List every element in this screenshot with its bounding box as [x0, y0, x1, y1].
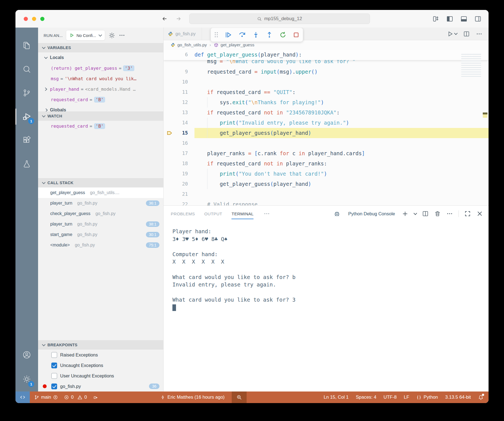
toolbar-drag-handle[interactable]: [214, 32, 218, 38]
account-icon[interactable]: [15, 343, 38, 367]
debug-settings-gear-icon[interactable]: [108, 32, 115, 39]
debug-config-dropdown[interactable]: No Confi...: [66, 30, 105, 41]
testing-icon[interactable]: [15, 152, 38, 176]
close-window-button[interactable]: [24, 17, 28, 21]
close-panel-icon[interactable]: [476, 210, 483, 217]
breadcrumb-file[interactable]: go_fish_utils.py: [177, 42, 207, 47]
source-control-icon[interactable]: [15, 81, 38, 105]
call-stack-frame[interactable]: start_gamego_fish.py30:1: [38, 229, 163, 240]
back-icon[interactable]: [162, 16, 168, 22]
overview-ruler[interactable]: [483, 50, 487, 205]
breakpoint-checkbox[interactable]: [51, 373, 57, 379]
code-line[interactable]: 10: [164, 77, 489, 87]
terminal[interactable]: Player hand:3♦ 3♥ 5♦ 6♥ 8♣ Q♠Computer ha…: [164, 222, 489, 391]
new-terminal-icon[interactable]: [402, 210, 409, 217]
minimize-window-button[interactable]: [32, 17, 36, 21]
call-stack-frame[interactable]: player_turngo_fish.py38:1: [38, 219, 163, 229]
code-line[interactable]: 14 print("Invalid entry, please try agai…: [164, 118, 489, 128]
git-branch-status[interactable]: main: [34, 395, 58, 400]
breakpoint-checkbox[interactable]: [51, 352, 57, 358]
code-line[interactable]: 9 requested_card = input(msg).upper(): [164, 67, 489, 77]
code-line[interactable]: 6def get_player_guess(player_hand):: [164, 50, 489, 60]
more-actions-icon[interactable]: [119, 32, 125, 39]
split-terminal-icon[interactable]: [422, 210, 429, 217]
settings-gear-icon[interactable]: 1: [15, 367, 38, 391]
panel-tabs-more-icon[interactable]: [263, 210, 270, 217]
editor-more-actions-icon[interactable]: [476, 31, 482, 37]
call-stack-frame[interactable]: <module>go_fish.py75:1: [38, 240, 163, 250]
panel-tab-terminal[interactable]: TERMINAL: [231, 206, 254, 222]
breadcrumb-symbol[interactable]: get_player_guess: [221, 42, 254, 47]
continue-icon[interactable]: [225, 31, 232, 39]
indentation-status[interactable]: Spaces: 4: [356, 395, 377, 400]
breakpoint-checkbox[interactable]: [51, 384, 57, 389]
code-line[interactable]: 22 # Valid response: [164, 199, 489, 205]
code-line[interactable]: 11 if requested_card == "QUIT":: [164, 87, 489, 97]
call-stack-frame[interactable]: check_player_guessgo_fish.py: [38, 208, 163, 219]
toggle-panel-icon[interactable]: [460, 15, 467, 22]
call-stack-section-header[interactable]: CALL STACK: [38, 178, 163, 187]
breakpoint-row[interactable]: go_fish.py36: [38, 381, 163, 391]
kill-terminal-trash-icon[interactable]: [434, 210, 441, 217]
code-line[interactable]: msg = "\nWhat card would you like to ask…: [164, 60, 489, 66]
panel-more-actions-icon[interactable]: [446, 210, 453, 217]
screencast-zoom-indicator[interactable]: [232, 391, 247, 403]
problems-status[interactable]: 0 0: [64, 395, 87, 400]
variable-row[interactable]: requested_card='B': [38, 94, 163, 105]
step-into-icon[interactable]: [252, 31, 260, 39]
run-and-debug-icon[interactable]: 1: [15, 105, 38, 128]
run-python-file-button[interactable]: [447, 31, 457, 37]
step-over-icon[interactable]: [238, 31, 246, 39]
code-line[interactable]: 20 get_player_guess(player_hand): [164, 179, 489, 189]
chevron-right-icon[interactable]: [44, 87, 47, 91]
panel-tab-problems[interactable]: PROBLEMS: [171, 206, 195, 222]
language-mode-status[interactable]: Python: [416, 395, 438, 400]
breakpoints-section-header[interactable]: BREAKPOINTS: [38, 340, 163, 350]
variable-row[interactable]: (return) get_player_guess='3': [38, 63, 163, 73]
panel-tab-output[interactable]: OUTPUT: [204, 206, 222, 222]
search-view-icon[interactable]: [15, 57, 38, 81]
call-stack-frame[interactable]: get_player_guessgo_fish_utils....: [38, 187, 163, 198]
locals-scope-row[interactable]: Locals: [38, 52, 163, 63]
remote-indicator[interactable]: [15, 391, 30, 403]
code-line[interactable]: 12 sys.exit("\nThanks for playing!"): [164, 97, 489, 108]
start-debug-icon[interactable]: [70, 33, 74, 37]
debug-status-icon[interactable]: [93, 395, 98, 400]
extensions-icon[interactable]: [15, 128, 38, 152]
breakpoint-row[interactable]: User Uncaught Exceptions: [38, 371, 163, 381]
split-editor-icon[interactable]: [463, 31, 470, 37]
globals-scope-row-clipped[interactable]: Globals: [38, 105, 163, 111]
code-line[interactable]: 19 print("You don't have that card!"): [164, 169, 489, 179]
breakpoint-row[interactable]: Uncaught Exceptions: [38, 360, 163, 371]
call-stack-frame[interactable]: player_turngo_fish.py36:1: [38, 198, 163, 208]
code-line[interactable]: 21: [164, 189, 489, 199]
stop-icon[interactable]: [293, 31, 300, 38]
minimap[interactable]: [461, 53, 481, 77]
explorer-icon[interactable]: [15, 34, 38, 57]
debug-console-label[interactable]: Python Debug Console: [348, 211, 395, 216]
code-line[interactable]: 18 if requested_card not in player_ranks…: [164, 159, 489, 169]
toggle-secondary-sidebar-icon[interactable]: [474, 15, 481, 22]
commit-info-status[interactable]: Eric Matthes (16 hours ago): [160, 395, 225, 400]
code-lines[interactable]: 9 requested_card = input(msg).upper()101…: [164, 67, 489, 205]
cursor-position-status[interactable]: Ln 15, Col 1: [324, 395, 349, 400]
code-line[interactable]: 15 get_player_guess(player_hand): [164, 128, 489, 138]
customize-layout-icon[interactable]: [432, 15, 439, 22]
notifications-bell-icon[interactable]: [478, 395, 484, 400]
toggle-sidebar-icon[interactable]: [446, 15, 453, 22]
code-line[interactable]: 13 if requested_card not in "2345678910J…: [164, 108, 489, 118]
watch-section-header[interactable]: WATCH: [38, 111, 163, 121]
step-out-icon[interactable]: [266, 31, 273, 39]
breakpoint-checkbox[interactable]: [51, 363, 57, 368]
variable-row[interactable]: msg='\nWhat card would you lik…: [38, 73, 163, 84]
eol-status[interactable]: LF: [404, 395, 409, 400]
variables-section-header[interactable]: VARIABLES: [38, 43, 163, 52]
terminal-dropdown-chevron-icon[interactable]: [414, 211, 417, 215]
tab-go-fish-py[interactable]: go_fish.py: [164, 28, 202, 40]
encoding-status[interactable]: UTF-8: [383, 395, 397, 400]
command-center-search[interactable]: mp155_debug_12: [189, 14, 370, 24]
breakpoint-row[interactable]: Raised Exceptions: [38, 350, 163, 360]
zoom-window-button[interactable]: [40, 17, 44, 21]
python-version-status[interactable]: 3.13.5 64-bit: [445, 395, 471, 400]
variable-row[interactable]: requested_card='B': [38, 121, 163, 131]
